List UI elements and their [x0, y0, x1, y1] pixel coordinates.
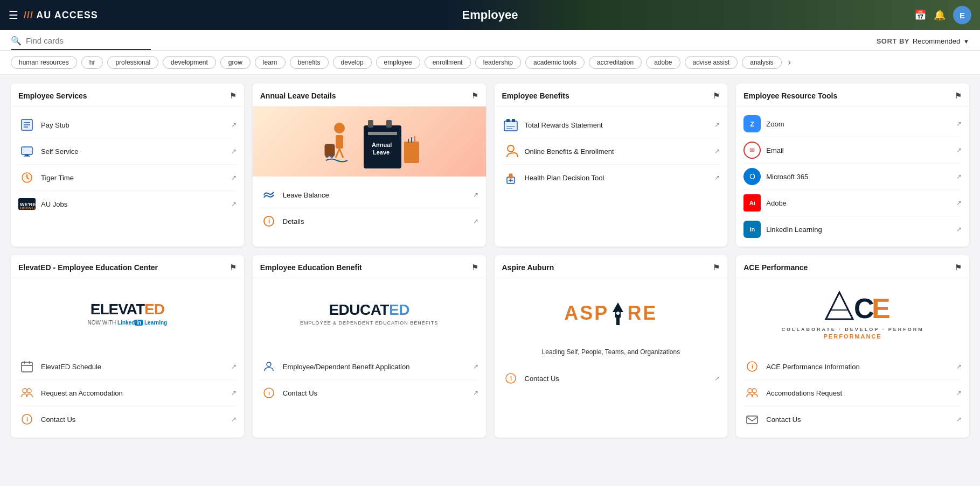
hamburger-icon[interactable]: ☰: [9, 9, 18, 22]
list-item[interactable]: ⬡ Microsoft 365 ↗: [743, 164, 962, 190]
tag-item[interactable]: professional: [107, 56, 158, 69]
list-item[interactable]: Health Plan Decision Tool ↗: [502, 165, 720, 191]
external-link-icon[interactable]: ↗: [956, 120, 962, 128]
external-link-icon[interactable]: ↗: [231, 363, 237, 370]
svg-text:E: E: [872, 293, 891, 324]
tag-item[interactable]: adobe: [646, 56, 680, 69]
svg-rect-35: [512, 119, 515, 122]
search-input-wrap: 🔍: [11, 36, 151, 50]
list-item[interactable]: i Details ↗: [260, 208, 478, 234]
external-link-icon[interactable]: ↗: [231, 200, 237, 208]
external-link-icon[interactable]: ↗: [231, 147, 237, 155]
sort-value[interactable]: Recommended: [913, 37, 960, 45]
bookmark-icon[interactable]: ⚑: [230, 263, 237, 272]
external-link-icon[interactable]: ↗: [956, 389, 962, 397]
avatar[interactable]: E: [953, 6, 971, 24]
list-item[interactable]: i Contact Us ↗: [502, 365, 720, 391]
external-link-icon[interactable]: ↗: [473, 389, 478, 397]
bookmark-icon[interactable]: ⚑: [230, 91, 237, 101]
list-item[interactable]: Accomodations Request ↗: [743, 380, 962, 406]
external-link-icon[interactable]: ↗: [714, 174, 720, 181]
card-ace-title: ACE Performance: [743, 263, 808, 272]
benefits-enrollment-icon: [502, 143, 519, 160]
tag-item[interactable]: enrollment: [425, 56, 471, 69]
list-item[interactable]: in LinkedIn Learning ↗: [743, 216, 962, 242]
external-link-icon[interactable]: ↗: [956, 415, 962, 423]
list-item[interactable]: ElevatED Schedule ↗: [18, 354, 237, 380]
tag-item[interactable]: employee: [376, 56, 420, 69]
external-link-icon[interactable]: ↗: [473, 363, 478, 370]
tags-next-button[interactable]: ›: [786, 58, 793, 67]
list-item[interactable]: Contact Us ↗: [743, 406, 962, 432]
linkedin-label: LinkedIn Learning: [766, 226, 822, 234]
external-link-icon[interactable]: ↗: [714, 375, 720, 382]
calendar-icon[interactable]: 📅: [914, 9, 926, 21]
bookmark-icon[interactable]: ⚑: [471, 91, 478, 101]
adobe-icon: Ai: [743, 194, 761, 212]
tag-item[interactable]: benefits: [290, 56, 329, 69]
external-link-icon[interactable]: ↗: [231, 121, 237, 129]
zoom-icon: Z: [743, 115, 761, 132]
list-item[interactable]: Ai Adobe ↗: [743, 190, 962, 216]
card-ace: ACE Performance ⚑ C E COLLABORATE · DEVE…: [736, 255, 969, 438]
list-item[interactable]: WE'REHIRING AU Jobs ↗: [18, 191, 237, 217]
bookmark-icon[interactable]: ⚑: [713, 263, 720, 272]
tag-item[interactable]: grow: [220, 56, 251, 69]
svg-rect-4: [22, 147, 32, 154]
svg-marker-60: [826, 292, 853, 319]
email-icon: ✉: [743, 142, 761, 159]
elevated-logo: ELEVATED NOW WITH Linkedin Learning: [88, 300, 168, 326]
external-link-icon[interactable]: ↗: [473, 191, 478, 199]
contact-icon: i: [18, 411, 36, 428]
list-item[interactable]: Request an Accomodation ↗: [18, 380, 237, 406]
tag-item[interactable]: advise assist: [685, 56, 738, 69]
external-link-icon[interactable]: ↗: [714, 147, 720, 155]
list-item[interactable]: ✉ Email ↗: [743, 137, 962, 164]
external-link-icon[interactable]: ↗: [231, 415, 237, 423]
svg-rect-27: [404, 142, 419, 163]
list-item[interactable]: Employee/Dependent Benefit Application ↗: [260, 354, 478, 380]
bell-icon[interactable]: 🔔: [934, 9, 946, 21]
external-link-icon[interactable]: ↗: [956, 226, 962, 233]
list-item[interactable]: i Contact Us ↗: [260, 380, 478, 406]
tag-item[interactable]: academic tools: [525, 56, 585, 69]
tag-item[interactable]: learn: [255, 56, 286, 69]
external-link-icon[interactable]: ↗: [473, 217, 478, 225]
chevron-down-icon[interactable]: ▼: [963, 38, 969, 45]
benefits-enrollment-label: Online Benefits & Enrollment: [525, 147, 614, 156]
tag-item[interactable]: accreditation: [589, 56, 642, 69]
external-link-icon[interactable]: ↗: [956, 173, 962, 180]
bookmark-icon[interactable]: ⚑: [955, 91, 962, 101]
tag-item[interactable]: development: [163, 56, 216, 69]
tag-item[interactable]: hr: [81, 56, 103, 69]
bookmark-icon[interactable]: ⚑: [955, 263, 962, 272]
ace-logo-graphic: C E: [815, 287, 891, 325]
header-left: ☰ /// AU ACCESS: [9, 9, 98, 22]
list-item[interactable]: Pay Stub ↗: [18, 112, 237, 138]
external-link-icon[interactable]: ↗: [956, 363, 962, 370]
tag-item[interactable]: develop: [333, 56, 372, 69]
external-link-icon[interactable]: ↗: [231, 174, 237, 181]
search-input[interactable]: [26, 36, 144, 45]
tag-item[interactable]: analysis: [742, 56, 781, 69]
list-item[interactable]: Self Service ↗: [18, 138, 237, 165]
external-link-icon[interactable]: ↗: [714, 121, 720, 129]
external-link-icon[interactable]: ↗: [956, 146, 962, 154]
external-link-icon[interactable]: ↗: [956, 199, 962, 207]
card-resource-tools-body[interactable]: Z Zoom ↗ ✉ Email ↗ ⬡ Microsoft 365 ↗: [736, 107, 969, 246]
bookmark-icon[interactable]: ⚑: [471, 263, 478, 272]
list-item[interactable]: Total Rewards Statement ↗: [502, 112, 720, 138]
external-link-icon[interactable]: ↗: [231, 389, 237, 397]
list-item[interactable]: Leave Balance ↗: [260, 182, 478, 208]
tag-item[interactable]: human resources: [11, 56, 77, 69]
list-item[interactable]: Z Zoom ↗: [743, 111, 962, 137]
list-item[interactable]: Tiger Time ↗: [18, 165, 237, 191]
list-item[interactable]: i ACE Performance Information ↗: [743, 354, 962, 380]
svg-point-13: [334, 123, 345, 133]
list-item[interactable]: i Contact Us ↗: [18, 406, 237, 432]
bookmark-icon[interactable]: ⚑: [713, 91, 720, 101]
selfservice-icon: [18, 143, 36, 160]
list-item[interactable]: Online Benefits & Enrollment ↗: [502, 138, 720, 165]
tag-item[interactable]: leadership: [475, 56, 521, 69]
info-icon: i: [743, 358, 761, 375]
